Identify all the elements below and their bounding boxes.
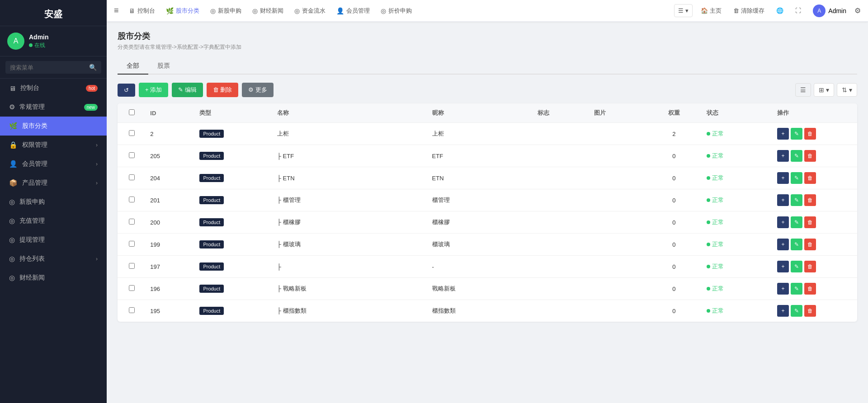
more-button[interactable]: ⚙ 更多 [242,83,274,97]
row-type: Product [195,300,272,322]
row-delete-button[interactable]: 🗑 [804,172,816,184]
row-add-button[interactable]: + [777,261,789,272]
recharge-icon: ◎ [9,217,15,225]
toolbar: ↺ + 添加 ✎ 编辑 🗑 删除 ⚙ 更多 ☰ ⊞ ▾ ⇅ ▾ [118,83,857,97]
topnav-new-stock[interactable]: ◎ 新股申购 [206,4,246,18]
topnav-admin[interactable]: A Admin [809,3,850,19]
tab-stocks[interactable]: 股票 [148,58,179,75]
row-add-button[interactable]: + [777,128,789,140]
row-weight: 0 [646,211,703,234]
row-edit-button[interactable]: ✎ [791,261,802,272]
row-add-button[interactable]: + [777,283,789,295]
topnav-clear-cache[interactable]: 🗑 清除缓存 [730,4,768,18]
row-delete-button[interactable]: 🗑 [804,239,816,250]
row-checkbox[interactable] [129,197,135,202]
row-add-button[interactable]: + [777,150,789,162]
row-delete-button[interactable]: 🗑 [804,216,816,228]
status-dot [707,198,710,202]
grid-view-button[interactable]: ⊞ ▾ [814,83,834,97]
row-delete-button[interactable]: 🗑 [804,283,816,295]
edit-button[interactable]: ✎ 编辑 [172,83,203,97]
topnav-translate[interactable]: 🌐 [773,5,787,17]
topnav-member-mgmt[interactable]: 👤 会员管理 [332,4,374,18]
action-buttons: + ✎ 🗑 [777,194,853,206]
row-checkbox[interactable] [129,241,135,247]
row-edit-button[interactable]: ✎ [791,172,802,184]
header-id: ID [146,103,195,123]
topnav-discount[interactable]: ◎ 折价申购 [376,4,416,18]
row-delete-button[interactable]: 🗑 [804,128,816,140]
delete-button[interactable]: 🗑 删除 [207,83,239,97]
row-delete-button[interactable]: 🗑 [804,150,816,162]
topnav-home[interactable]: 🏠 主页 [697,4,725,18]
row-checkbox[interactable] [129,219,135,225]
row-id: 199 [146,234,195,256]
search-box[interactable]: 🔍 [5,61,101,74]
row-checkbox[interactable] [129,307,135,313]
row-checkbox[interactable] [129,285,135,291]
topnav-right: ☰ ▾ 🏠 主页 🗑 清除缓存 🌐 ⛶ A Admin ⚙ [674,3,861,19]
row-delete-button[interactable]: 🗑 [804,261,816,272]
topnav-finance-news[interactable]: ◎ 财经新闻 [248,4,288,18]
hamburger-icon[interactable]: ≡ [114,6,119,15]
row-checkbox[interactable] [129,263,135,269]
app-logo: 安盛 [0,0,107,26]
sidebar-item-dashboard[interactable]: 🖥 控制台 hot [0,79,107,98]
type-badge: Product [199,218,224,226]
sidebar-item-newstock[interactable]: ◎ 新股申购 [0,192,107,211]
row-type: Product [195,278,272,300]
row-type: Product [195,123,272,145]
sidebar-item-member[interactable]: 👤 会员管理 › [0,155,107,173]
search-input[interactable] [10,64,89,71]
row-delete-button[interactable]: 🗑 [804,194,816,206]
filter-button[interactable]: ⇅ ▾ [837,83,857,97]
row-delete-button[interactable]: 🗑 [804,305,816,317]
settings-icon[interactable]: ⚙ [854,6,861,15]
row-checkbox-cell [118,278,146,300]
row-edit-button[interactable]: ✎ [791,283,802,295]
row-edit-button[interactable]: ✎ [791,150,802,162]
new-stock-icon: ◎ [210,7,216,14]
row-img [590,189,646,211]
row-actions: + ✎ 🗑 [773,189,857,211]
sidebar-item-auth[interactable]: 🔒 权限管理 › [0,136,107,155]
type-badge: Product [199,130,224,138]
topnav-stock-cat[interactable]: 🌿 股市分类 [161,4,204,18]
row-edit-button[interactable]: ✎ [791,239,802,250]
sidebar-item-positions[interactable]: ◎ 持仓列表 › [0,249,107,268]
row-edit-button[interactable]: ✎ [791,305,802,317]
row-checkbox[interactable] [129,174,135,180]
sidebar-item-recharge[interactable]: ◎ 充值管理 [0,211,107,230]
row-id: 201 [146,189,195,211]
add-button[interactable]: + 添加 [139,83,168,97]
refresh-button[interactable]: ↺ [118,84,135,97]
row-checkbox[interactable] [129,152,135,158]
topnav-dashboard[interactable]: 🖥 控制台 [124,4,160,18]
row-actions: + ✎ 🗑 [773,167,857,189]
row-edit-button[interactable]: ✎ [791,216,802,228]
topnav-dropdown[interactable]: ☰ ▾ [674,4,693,17]
type-badge: Product [199,285,224,293]
sidebar-item-general[interactable]: ⚙ 常规管理 new [0,98,107,117]
row-add-button[interactable]: + [777,305,789,317]
sidebar-item-product[interactable]: 📦 产品管理 › [0,173,107,192]
row-add-button[interactable]: + [777,239,789,250]
tab-all[interactable]: 全部 [118,58,148,75]
sidebar-item-finance-news[interactable]: ◎ 财经新闻 [0,268,107,287]
select-all-checkbox[interactable] [129,109,135,115]
row-edit-button[interactable]: ✎ [791,194,802,206]
sidebar-item-stock[interactable]: 🌿 股市分类 [0,117,107,136]
topnav-fullscreen[interactable]: ⛶ [792,5,805,17]
row-checkbox[interactable] [129,130,135,136]
dashboard-icon: 🖥 [9,84,16,92]
row-add-button[interactable]: + [777,194,789,206]
row-add-button[interactable]: + [777,172,789,184]
sidebar-item-withdraw[interactable]: ◎ 提现管理 [0,230,107,249]
row-edit-button[interactable]: ✎ [791,128,802,140]
row-add-button[interactable]: + [777,216,789,228]
user-status: 在线 [29,42,49,49]
topnav-fund-flow[interactable]: ◎ 资金流水 [290,4,330,18]
row-actions: + ✎ 🗑 [773,145,857,167]
table-view-button[interactable]: ☰ [795,83,811,97]
row-alias: 櫃玻璃 [428,234,533,256]
